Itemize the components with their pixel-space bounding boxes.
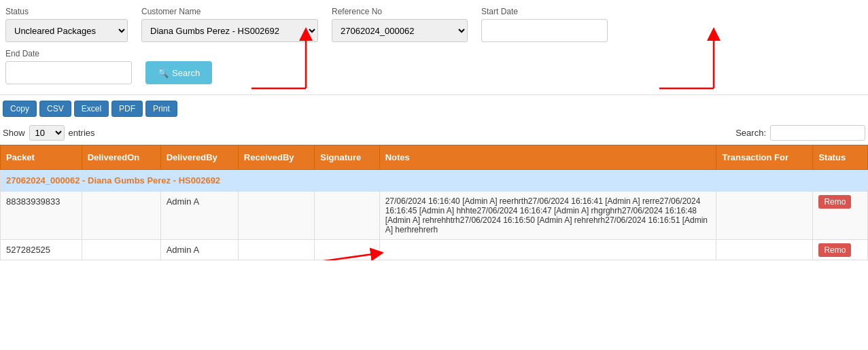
cell-delivered-by: Admin A — [160, 240, 238, 260]
entries-label: entries — [69, 128, 95, 138]
pdf-button[interactable]: PDF — [111, 101, 143, 117]
ref-no-select[interactable]: 27062024_000062 — [332, 19, 468, 42]
cell-signature — [315, 192, 379, 240]
col-signature: Signature — [315, 145, 379, 170]
excel-button[interactable]: Excel — [74, 101, 109, 117]
status-select[interactable]: Uncleared Packages — [5, 19, 128, 42]
end-date-label: End Date — [5, 49, 132, 58]
status-filter-group: Status Uncleared Packages — [5, 7, 128, 42]
cell-transaction-for — [716, 192, 813, 240]
cell-delivered-on — [82, 192, 160, 240]
ref-no-label: Reference No — [332, 7, 468, 16]
csv-button[interactable]: CSV — [39, 101, 71, 117]
copy-button[interactable]: Copy — [3, 101, 37, 117]
status-label: Status — [5, 7, 128, 16]
table-search-input[interactable] — [770, 125, 865, 141]
data-table: Packet DeliveredOn DeliveredBy ReceivedB… — [0, 145, 868, 260]
cell-packet: 88383939833 — [1, 192, 82, 240]
toolbar: Copy CSV Excel PDF Print — [0, 95, 868, 122]
cell-status: Remo — [813, 240, 868, 260]
cell-received-by — [238, 192, 314, 240]
show-entries-row: Show 10 25 50 100 entries Search: — [0, 122, 868, 145]
filter-row-top: Status Uncleared Packages Customer Name … — [5, 7, 863, 42]
start-date-label: Start Date — [481, 7, 608, 16]
search-button[interactable]: 🔍 Search — [145, 61, 212, 84]
col-packet: Packet — [1, 145, 82, 170]
search-label: Search: — [735, 128, 766, 138]
status-badge: Remo — [818, 195, 851, 209]
customer-name-label: Customer Name — [141, 7, 318, 16]
customer-name-select[interactable]: Diana Gumbs Perez - HS002692 — [141, 19, 318, 42]
col-transaction-for: Transaction For — [716, 145, 813, 170]
cell-delivered-on — [82, 240, 160, 260]
filter-section: Status Uncleared Packages Customer Name … — [0, 0, 868, 95]
start-date-input[interactable]: Jun/26/2024 — [481, 19, 608, 42]
col-received-by: ReceivedBy — [238, 145, 314, 170]
show-label: Show — [3, 128, 25, 138]
cell-delivered-by: Admin A — [160, 192, 238, 240]
table-row: 88383939833 Admin A 27/06/2024 16:16:40 … — [1, 192, 868, 240]
cell-received-by — [238, 240, 314, 260]
filter-row-bottom: End Date 🔍 Search — [5, 49, 863, 84]
end-date-input[interactable] — [5, 61, 132, 84]
col-delivered-by: DeliveredBy — [160, 145, 238, 170]
cell-signature — [315, 240, 379, 260]
entries-select[interactable]: 10 25 50 100 — [29, 125, 65, 141]
print-button[interactable]: Print — [145, 101, 177, 117]
group-header-cell: 27062024_000062 - Diana Gumbs Perez - HS… — [1, 170, 868, 192]
search-icon: 🔍 — [158, 68, 169, 78]
group-header-row: 27062024_000062 - Diana Gumbs Perez - HS… — [1, 170, 868, 192]
status-badge: Remo — [818, 243, 851, 257]
col-notes: Notes — [379, 145, 716, 170]
start-date-filter-group: Start Date Jun/26/2024 — [481, 7, 608, 42]
end-date-filter-group: End Date — [5, 49, 132, 84]
table-header-row: Packet DeliveredOn DeliveredBy ReceivedB… — [1, 145, 868, 170]
cell-notes: 27/06/2024 16:16:40 [Admin A] reerhrth27… — [379, 192, 716, 240]
ref-no-filter-group: Reference No 27062024_000062 — [332, 7, 468, 42]
col-delivered-on: DeliveredOn — [82, 145, 160, 170]
col-status: Status — [813, 145, 868, 170]
show-entries-right: Search: — [735, 125, 865, 141]
cell-status: Remo — [813, 192, 868, 240]
customer-name-filter-group: Customer Name Diana Gumbs Perez - HS0026… — [141, 7, 318, 42]
table-row: 527282525 Admin A Remo — [1, 240, 868, 260]
cell-transaction-for — [716, 240, 813, 260]
cell-packet: 527282525 — [1, 240, 82, 260]
cell-notes — [379, 240, 716, 260]
show-entries-left: Show 10 25 50 100 entries — [3, 125, 95, 141]
